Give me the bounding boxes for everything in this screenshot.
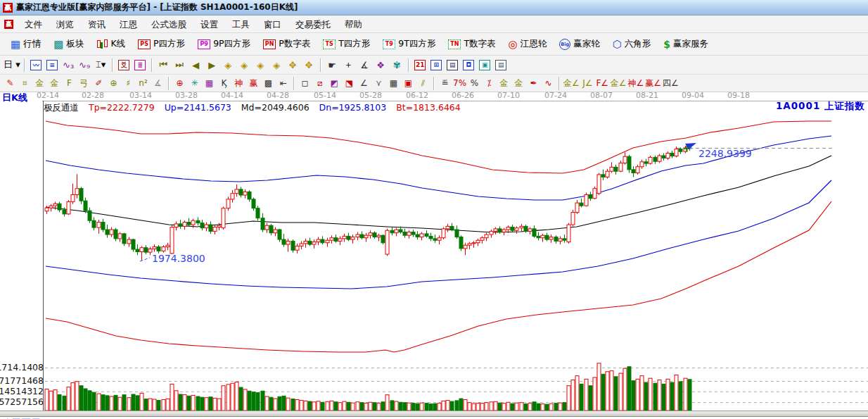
draw-span-arrows[interactable]: ⇤: [276, 76, 291, 90]
toolbar-button-p-square[interactable]: PSP四方形: [132, 36, 191, 53]
draw-si-angle[interactable]: 四∠: [662, 76, 679, 90]
draw-box-tool[interactable]: ◻: [298, 76, 312, 90]
nav-list-window[interactable]: ≡: [44, 58, 60, 72]
draw-chart-ruler[interactable]: ≝: [438, 76, 452, 90]
draw-plain-ruler[interactable]: ♯: [121, 76, 136, 90]
toolbar-button-hexagon[interactable]: ⬡六角形: [606, 36, 658, 53]
nav-clover-tool[interactable]: ✾: [389, 58, 405, 72]
nav-calendar[interactable]: 21: [412, 58, 428, 72]
draw-n2-ruler[interactable]: n²: [136, 76, 151, 90]
draw-parallel-lines[interactable]: ⫽: [416, 76, 430, 90]
nav-calculator[interactable]: ⊞: [428, 58, 445, 72]
nav-remote-pc[interactable]: ▣: [477, 58, 493, 72]
draw-ruler[interactable]: ⌗: [18, 76, 32, 90]
draw-gold-ruler-1[interactable]: 金: [32, 76, 47, 90]
child-window-icon[interactable]: 赢: [4, 20, 13, 29]
menu-item-公式选股[interactable]: 公式选股: [144, 17, 193, 32]
draw-percent[interactable]: %: [467, 76, 482, 90]
draw-fan-lines[interactable]: ⧄: [312, 76, 327, 90]
menu-item-设置[interactable]: 设置: [193, 17, 225, 32]
title-bar[interactable]: 赢 赢家江恩专业版[赢家内部服务平台] - [上证指数 SH1A0001-160…: [0, 0, 868, 15]
draw-ying-angle[interactable]: 赢∠: [644, 76, 662, 90]
nav-go-last[interactable]: ⏭: [172, 58, 188, 72]
nav-step-back[interactable]: ◀: [188, 58, 204, 72]
toolbar-button-9p-square[interactable]: P99P四方形: [191, 36, 257, 53]
draw-grid-box-2[interactable]: ▣: [401, 76, 416, 90]
nav-zigzag-window[interactable]: 〰: [28, 58, 44, 72]
nav-flower-tool[interactable]: ❖: [373, 58, 389, 72]
nav-diamond-expand-h[interactable]: ◈: [253, 58, 269, 72]
toolbar-button-p-number-table[interactable]: PNP数字表: [257, 36, 317, 53]
draw-angle-lines[interactable]: ∠: [357, 76, 371, 90]
draw-grid-box-1[interactable]: ▦: [386, 76, 401, 90]
draw-angle-ruler[interactable]: ∡: [151, 76, 165, 90]
draw-grid-123[interactable]: ▩: [261, 76, 276, 90]
draw-star-web[interactable]: ✳: [187, 76, 202, 90]
menu-item-江恩[interactable]: 江恩: [113, 17, 144, 32]
nav-crosshair-tool[interactable]: ＋: [340, 58, 357, 72]
draw-k-mark[interactable]: Ϗ: [217, 76, 231, 90]
toolbar-button-t-square[interactable]: TST四方形: [317, 36, 376, 53]
draw-circle-ruler[interactable]: ⊕: [106, 76, 121, 90]
toolbar-button-winner-wheel[interactable]: Big赢家轮: [553, 36, 606, 53]
draw-shen-tool[interactable]: 神: [231, 76, 246, 90]
nav-notes[interactable]: ▤: [445, 58, 461, 72]
nav-hand-tool[interactable]: ☛: [324, 58, 340, 72]
nav-step-forward[interactable]: ▶: [204, 58, 220, 72]
pane-label-daily-k[interactable]: 日K线: [2, 92, 27, 104]
nav-diamond-expand-all[interactable]: ✥: [285, 58, 301, 72]
nav-volume-profile[interactable]: ≣: [132, 58, 148, 72]
nav-pattern-tool[interactable]: 爻: [116, 58, 132, 72]
draw-j-angle[interactable]: J∠: [580, 76, 595, 90]
nav-candle-style-dropdown[interactable]: ⌶▾: [93, 58, 109, 72]
draw-gold-angle[interactable]: 金∠: [563, 76, 580, 90]
toolbar-button-quotes[interactable]: ▦行情: [4, 36, 47, 53]
nav-period-day[interactable]: 日 ▾: [3, 58, 21, 72]
menu-item-交易委托[interactable]: 交易委托: [288, 17, 338, 32]
nav-diamond-compress[interactable]: ◈: [269, 58, 285, 72]
pane-splitter[interactable]: [0, 411, 868, 417]
nav-wave-3[interactable]: ∿₃: [60, 58, 77, 72]
draw-percent-line[interactable]: ⁒: [482, 76, 497, 90]
draw-fan-box[interactable]: ◩: [327, 76, 342, 90]
menu-item-窗口[interactable]: 窗口: [257, 17, 288, 32]
nav-save[interactable]: ◘: [461, 58, 477, 72]
draw-diag-box[interactable]: ⬔: [342, 76, 357, 90]
menu-item-帮助[interactable]: 帮助: [338, 17, 369, 32]
draw-percent-7[interactable]: 7%: [452, 76, 467, 90]
indicator-name[interactable]: 极反通道: [44, 102, 79, 114]
menu-item-文件[interactable]: 文件: [18, 17, 49, 32]
toolbar-button-winner-service[interactable]: $赢家服务: [657, 36, 715, 53]
nav-diamond-shift-left[interactable]: ◈: [220, 58, 236, 72]
draw-gold-line[interactable]: 金: [511, 76, 526, 90]
draw-gold-angle-2[interactable]: 金∠: [610, 76, 627, 90]
draw-v-lines[interactable]: ⋎: [371, 76, 386, 90]
toolbar-button-gann-wheel[interactable]: ◎江恩轮: [502, 36, 554, 53]
toolbar-button-t-number-table[interactable]: TNT数字表: [442, 36, 502, 53]
draw-target-circle[interactable]: ⊕: [172, 76, 187, 90]
nav-angle-measure-tool[interactable]: ∡: [357, 58, 373, 72]
draw-bow-ruler[interactable]: 弓: [77, 76, 91, 90]
menu-item-浏览[interactable]: 浏览: [49, 17, 81, 32]
toolbar-button-sectors[interactable]: ▩板块: [47, 36, 90, 53]
nav-go-first[interactable]: ⏮: [155, 58, 172, 72]
menu-item-工具[interactable]: 工具: [225, 17, 257, 32]
draw-f-angle[interactable]: F∠: [595, 76, 610, 90]
draw-gold-circle[interactable]: 金: [497, 76, 511, 90]
menu-item-资讯[interactable]: 资讯: [81, 17, 113, 32]
draw-pen-flag[interactable]: ✒: [526, 76, 541, 90]
draw-pen[interactable]: ✎: [3, 76, 18, 90]
nav-diamond-fit[interactable]: ✥: [301, 58, 317, 72]
toolbar-button-9t-square[interactable]: T99T四方形: [376, 36, 442, 53]
draw-shen-angle[interactable]: 神∠: [627, 76, 645, 90]
nav-diamond-shift-right[interactable]: ◈: [236, 58, 253, 72]
draw-pen-ruler[interactable]: ✐: [91, 76, 106, 90]
draw-web-grid[interactable]: ▦: [202, 76, 217, 90]
draw-f-ruler[interactable]: F: [62, 76, 77, 90]
toolbar-button-kline[interactable]: K线: [90, 36, 132, 53]
nav-wave-9[interactable]: ∿₉: [77, 58, 93, 72]
nav-print-pc[interactable]: ▤: [493, 58, 509, 72]
draw-ying-tool[interactable]: 赢: [246, 76, 261, 90]
draw-gold-ruler-2[interactable]: 金: [47, 76, 62, 90]
draw-wave-line[interactable]: ∿: [541, 76, 556, 90]
